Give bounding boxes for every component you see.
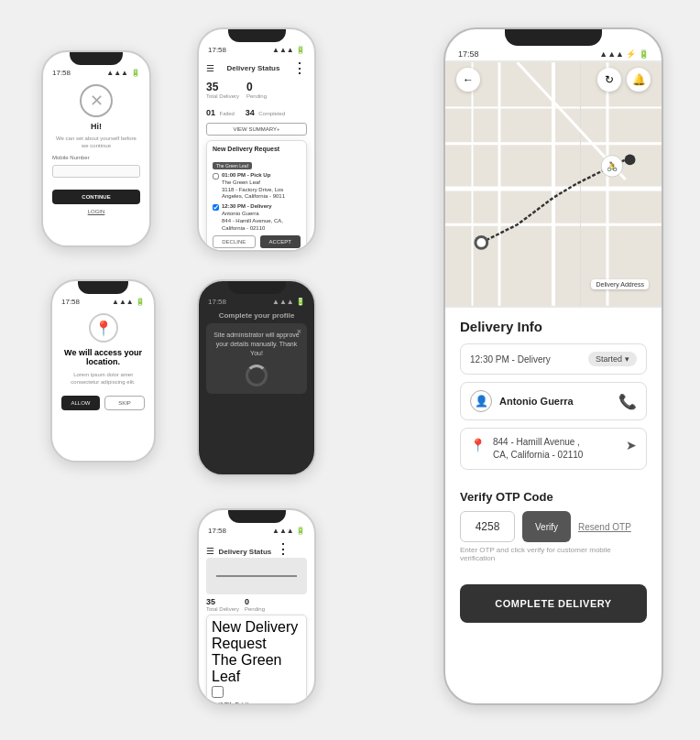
notch-2: [228, 29, 286, 42]
status-icons-1: ▲▲▲ 🔋: [106, 69, 140, 77]
delivery-card: New Delivery Request The Green Leaf 01:0…: [206, 140, 307, 252]
phone-profile: 17:58 ▲▲▲ 🔋 Complete your profile × Site…: [197, 279, 316, 476]
pending-stat-5: 0 Pending: [245, 597, 265, 612]
location-title: We will access your location.: [61, 348, 145, 366]
phone4-content: Complete your profile × Site administrat…: [199, 308, 314, 397]
view-summary-button[interactable]: VIEW SUMMARY+: [206, 123, 307, 136]
accept-button[interactable]: ACCEPT: [260, 235, 301, 248]
icon-placeholder-5: ⋮: [276, 541, 290, 557]
greeting: Hi!: [91, 122, 102, 131]
hamburger-icon-5[interactable]: ☰: [206, 546, 214, 556]
card-title: New Delivery Request: [213, 146, 301, 152]
decline-button[interactable]: DECLINE: [213, 235, 256, 248]
notch-1: [70, 52, 123, 65]
close-icon[interactable]: ×: [297, 327, 301, 336]
phone2-content: ☰ Delivery Status ⋮ 35 Total Delivery 0 …: [199, 56, 314, 252]
phone2-title: Delivery Status: [227, 64, 280, 72]
skip-button[interactable]: SKIP: [104, 396, 145, 410]
phone-signin: 17:58 ▲▲▲ 🔋 ✕ Hi! We can set about yours…: [41, 50, 151, 247]
status-badge[interactable]: Started ▾: [588, 352, 637, 366]
card-tag: The Green Leaf: [213, 162, 252, 169]
notch-4: [228, 281, 286, 294]
signup-subtitle: We can set about yourself before we cont…: [52, 136, 140, 150]
map-route-line: [216, 575, 297, 577]
delivery-item: 12:30 PM - Delivery Antonio Guerra 844 -…: [213, 203, 301, 232]
failed-stat: 01 Failed: [206, 103, 235, 119]
bell-button[interactable]: 🔔: [627, 68, 651, 92]
refresh-button[interactable]: ↻: [597, 68, 621, 92]
status-bar-3: 17:58 ▲▲▲ 🔋: [52, 294, 154, 308]
delivery-address-label: Delivery Address: [591, 279, 649, 289]
time-1: 17:58: [52, 69, 71, 77]
phone2-header: ☰ Delivery Status ⋮: [206, 60, 307, 77]
location-icon: 📍: [89, 313, 118, 343]
time-5: 17:58: [208, 527, 226, 535]
placeholder-icon: ⋮: [292, 60, 307, 77]
profile-title: Complete your profile: [219, 311, 295, 320]
card-title-5: New Delivery Request: [212, 619, 301, 652]
resend-otp-link[interactable]: Resend OTP: [578, 522, 631, 532]
info-section: Delivery Info 12:30 PM - Delivery Starte…: [445, 308, 662, 490]
otp-row: 4258 Verify Resend OTP: [460, 511, 647, 542]
sub-stats-row: 01 Failed 34 Completed: [206, 103, 307, 119]
status-arrow: ▾: [625, 354, 629, 364]
otp-input[interactable]: 4258: [460, 511, 515, 542]
stats-row: 35 Total Delivery 0 Pending: [206, 81, 307, 99]
pending-stat: 0 Pending: [246, 81, 267, 99]
person-icon: 👤: [470, 390, 492, 412]
hamburger-icon[interactable]: ☰: [206, 63, 214, 73]
phone-icon[interactable]: 📞: [618, 393, 637, 410]
location-subtitle: Lorem ipsum dolor amet consectetur adipi…: [61, 372, 145, 386]
continue-button[interactable]: CONTINUE: [52, 190, 140, 204]
map-area: 🚴 ← ↻ 🔔 Delivery Address: [445, 60, 662, 308]
delivery-info-title: Delivery Info: [460, 319, 647, 334]
location-buttons: ALLOW SKIP: [61, 396, 145, 410]
delivery-checkbox[interactable]: [213, 204, 219, 211]
svg-text:🚴: 🚴: [607, 160, 618, 172]
pickup-item: 01:00 PM - Pick Up The Green Leaf 3118 -…: [213, 172, 301, 201]
spinner-icon: [246, 365, 268, 386]
status-bar-5: 17:58 ▲▲▲ 🔋: [199, 523, 314, 537]
contact-row: 👤 Antonio Guerra 📞: [460, 382, 647, 420]
time-main: 17:58: [458, 49, 479, 59]
address-line2: CA, California - 02110: [493, 449, 583, 462]
phone-delivery-status-2: 17:58 ▲▲▲ 🔋 ☰ Delivery Status ⋮ 35 Total…: [197, 508, 316, 705]
total-stat: 35 Total Delivery: [206, 81, 239, 99]
contact-name: Antonio Guerra: [499, 396, 574, 407]
status-bar-4: 17:58 ▲▲▲ 🔋: [199, 294, 314, 308]
delivery-time-label: 12:30 PM - Delivery: [470, 354, 551, 365]
back-button-map[interactable]: ←: [456, 68, 480, 92]
phone5-stats: 35 Total Delivery 0 Pending: [206, 597, 307, 612]
address-line1: 844 - Hamill Avenue ,: [493, 436, 583, 449]
otp-title: Verify OTP Code: [460, 490, 647, 504]
delivery-card-5: New Delivery Request The Green Leaf 01:0…: [206, 615, 307, 705]
phone5-header: ☰ Delivery Status ⋮: [206, 540, 307, 558]
time-4: 17:58: [208, 298, 226, 306]
status-bar-main: 17:58 ▲▲▲ ⚡ 🔋: [445, 46, 662, 60]
otp-hint: Enter OTP and click verify for customer …: [460, 546, 647, 562]
phone-location: 17:58 ▲▲▲ 🔋 📍 We will access your locati…: [50, 279, 156, 462]
address-row: 📍 844 - Hamill Avenue , CA, California -…: [460, 428, 647, 470]
time-3: 17:58: [61, 298, 80, 306]
navigate-icon[interactable]: ➤: [626, 438, 637, 452]
modal-text: Site administrator will approve your det…: [213, 331, 300, 357]
delivery-time-row: 12:30 PM - Delivery Started ▾: [460, 343, 647, 375]
pickup-item-5: 01:00 PM - Pick Up The Green Leaf 3118 -…: [212, 685, 301, 705]
phone-delivery-status: 17:58 ▲▲▲ 🔋 ☰ Delivery Status ⋮ 35 Total…: [197, 27, 316, 252]
phone5-content: ☰ Delivery Status ⋮ 35 Total Delivery 0 …: [199, 537, 314, 705]
verify-button[interactable]: Verify: [522, 511, 571, 542]
mobile-input[interactable]: [52, 165, 140, 178]
allow-button[interactable]: ALLOW: [61, 396, 100, 410]
otp-section: Verify OTP Code 4258 Verify Resend OTP E…: [445, 490, 662, 584]
phone1-content: ✕ Hi! We can set about yourself before w…: [43, 79, 149, 220]
phone-main-delivery: 17:58 ▲▲▲ ⚡ 🔋: [443, 27, 663, 705]
notch-5: [228, 510, 286, 523]
login-link[interactable]: LOGIN: [88, 209, 105, 214]
notch-3: [78, 281, 129, 294]
notch-main: [505, 29, 602, 46]
svg-point-12: [476, 238, 486, 247]
completed-stat: 34 Completed: [246, 103, 285, 119]
complete-delivery-button[interactable]: COMPLETE DELIVERY: [460, 584, 647, 623]
pickup-checkbox-5[interactable]: [212, 686, 224, 698]
pickup-checkbox[interactable]: [213, 173, 219, 180]
